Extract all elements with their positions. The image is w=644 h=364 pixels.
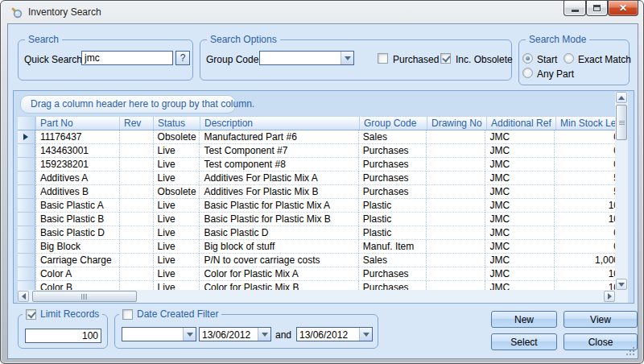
table-row[interactable]: 159238201LiveTest component #8PurchasesJ…	[18, 158, 621, 172]
column-header[interactable]: Drawing No	[427, 117, 486, 130]
table-row[interactable]: Basic Plastic BLiveBasic Plastic for Pla…	[18, 213, 621, 226]
cell: Live	[153, 254, 200, 267]
exact-match-radio[interactable]	[564, 53, 574, 64]
any-part-radio-label[interactable]: Any Part	[537, 68, 574, 80]
row-indicator[interactable]	[18, 213, 35, 226]
table-row[interactable]: Color ALiveColor for Plastic Mix APurcha…	[18, 267, 621, 281]
and-label: and	[275, 329, 291, 341]
group-code-filter-combobox[interactable]	[259, 51, 354, 65]
cell	[119, 240, 153, 254]
resize-grip[interactable]	[626, 347, 634, 355]
table-row[interactable]: Additives BObsoleteAdditives For Plastic…	[18, 185, 621, 199]
scroll-right-button[interactable]	[604, 291, 615, 302]
any-part-radio[interactable]	[522, 68, 533, 78]
cell: JMC	[485, 213, 554, 226]
select-button[interactable]: Select	[491, 333, 557, 350]
table-row[interactable]: 11176437ObsoleteManufactured Part #6Sale…	[18, 130, 621, 144]
row-indicator[interactable]	[18, 130, 35, 144]
inventory-search-window: Inventory Search ✕ Search Quick Search ?…	[0, 0, 644, 364]
column-header[interactable]: Description	[200, 117, 359, 130]
cell: Big block of stuff	[199, 240, 357, 254]
purchased-label[interactable]: Purchased	[393, 54, 439, 65]
from-date-picker[interactable]: 13/06/2012	[199, 327, 271, 341]
start-radio-label[interactable]: Start	[537, 54, 557, 65]
table-row[interactable]: Basic Plastic DLiveBasic Plastic DPlasti…	[18, 226, 621, 240]
cell: Live	[153, 158, 200, 172]
cell: Manufactured Part #6	[199, 130, 357, 144]
column-header[interactable]: Part No	[35, 117, 119, 130]
table-row[interactable]: Basic Plastic ALiveBasic Plastic for Pla…	[18, 199, 621, 213]
column-header[interactable]: Additional Ref	[486, 117, 555, 130]
limit-records-label[interactable]: Limit Records	[40, 308, 99, 320]
row-indicator[interactable]	[18, 226, 35, 240]
group-code-filter-dropdown-button[interactable]	[341, 52, 353, 64]
cell: Purchases	[358, 172, 426, 185]
row-indicator[interactable]	[18, 158, 35, 172]
cell: Purchases	[358, 158, 426, 172]
view-button[interactable]: View	[564, 311, 638, 328]
row-indicator[interactable]	[18, 199, 35, 213]
purchased-checkbox[interactable]	[378, 53, 388, 64]
dialog-client-area: Search Quick Search ? Search Options Gro…	[7, 23, 638, 359]
table-row[interactable]: Carriage ChargeLiveP/N to cover carriage…	[18, 254, 621, 267]
exact-match-radio-label[interactable]: Exact Match	[578, 54, 631, 65]
column-header[interactable]: Rev	[119, 117, 153, 130]
table-row[interactable]: 143463001LiveTest Component #7PurchasesJ…	[18, 144, 621, 158]
horizontal-scrollbar[interactable]	[18, 290, 615, 303]
row-indicator[interactable]	[18, 254, 35, 267]
cell: Live	[153, 281, 200, 290]
quick-search-label: Quick Search	[24, 54, 82, 65]
maximize-button[interactable]	[586, 1, 608, 16]
column-header[interactable]: Status	[153, 117, 200, 130]
limit-records-checkbox[interactable]	[26, 309, 36, 320]
vertical-scrollbar[interactable]	[615, 92, 628, 290]
row-indicator[interactable]	[18, 267, 35, 281]
vertical-scroll-thumb[interactable]	[616, 105, 627, 140]
table-row[interactable]: Big BlockLiveBig block of stuffManuf. It…	[18, 240, 621, 254]
limit-records-input[interactable]	[25, 329, 101, 343]
minimize-button[interactable]	[564, 1, 586, 16]
table-row[interactable]: Additives ALiveAdditives For Plastic Mix…	[18, 172, 621, 185]
row-indicator[interactable]	[18, 172, 35, 185]
column-header[interactable]: Group Code	[359, 117, 427, 130]
cell: Live	[153, 240, 200, 254]
to-date-value: 13/06/2012	[299, 329, 357, 341]
row-indicator[interactable]	[18, 185, 35, 199]
row-indicator[interactable]	[18, 144, 35, 158]
scroll-left-button[interactable]	[18, 291, 29, 302]
to-date-dropdown-button[interactable]	[359, 328, 372, 341]
cell: 10	[554, 213, 621, 226]
cell: Test component #8	[199, 158, 357, 172]
from-date-dropdown-button[interactable]	[258, 328, 270, 341]
search-help-button[interactable]: ?	[175, 51, 190, 65]
table-row[interactable]: Color BLiveColor for Plastic Mix BPurcha…	[18, 281, 621, 290]
row-indicator[interactable]	[18, 240, 35, 254]
date-created-filter-checkbox[interactable]	[122, 309, 133, 320]
cell	[426, 281, 485, 290]
scroll-up-button[interactable]	[616, 92, 627, 103]
close-window-button[interactable]: ✕	[608, 1, 638, 16]
start-radio[interactable]	[522, 53, 533, 64]
to-date-picker[interactable]: 13/06/2012	[296, 327, 373, 341]
inc-obsolete-checkbox[interactable]	[440, 53, 451, 64]
scroll-down-icon	[618, 283, 625, 287]
title-bar[interactable]: Inventory Search ✕	[1, 1, 643, 23]
cell: JMC	[485, 185, 554, 199]
cell: Purchases	[358, 185, 426, 199]
date-created-filter-label[interactable]: Date Created Filter	[137, 308, 218, 320]
column-header[interactable]: Min Stock Lev	[555, 117, 623, 130]
date-filter-field-dropdown-button[interactable]	[183, 328, 196, 341]
cell: Obsolete	[153, 185, 200, 199]
quick-search-input[interactable]	[81, 51, 173, 65]
inc-obsolete-label[interactable]: Inc. Obsolete	[456, 54, 513, 65]
scroll-down-button[interactable]	[616, 279, 627, 290]
new-button[interactable]: New	[491, 311, 557, 328]
cell	[119, 213, 153, 226]
search-group-label: Search	[25, 34, 62, 45]
cell: JMC	[485, 199, 554, 213]
horizontal-scroll-thumb[interactable]	[32, 291, 137, 302]
date-filter-field-combobox[interactable]	[122, 327, 196, 341]
row-indicator[interactable]	[18, 281, 35, 290]
group-by-hint[interactable]: Drag a column header here to group by th…	[20, 95, 236, 114]
cell: JMC	[485, 158, 554, 172]
